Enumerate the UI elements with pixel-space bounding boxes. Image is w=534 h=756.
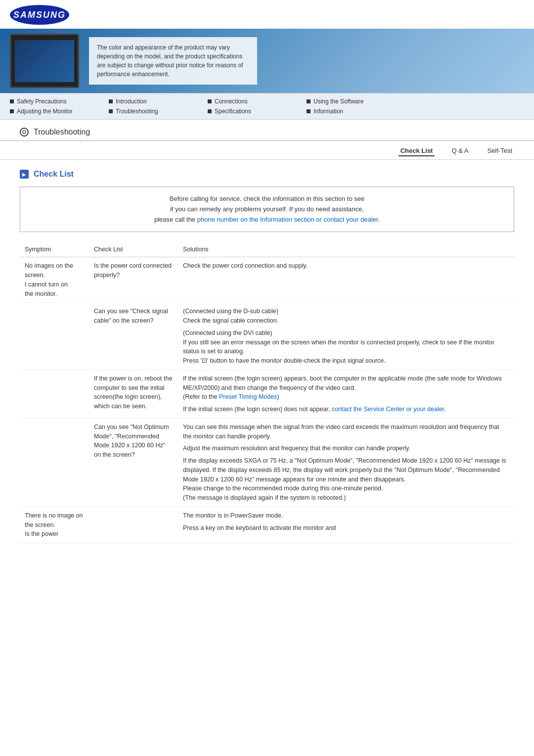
info-line3-pre: please call the (154, 216, 197, 223)
nav-bullet (109, 99, 113, 103)
section-icon: ▶ (20, 170, 29, 179)
nav-label-specifications: Specifications (215, 108, 251, 115)
info-box: Before calling for service, check the in… (20, 187, 514, 232)
checklist-cell: Can you see "Not Optimum Mode", "Recomme… (89, 418, 178, 507)
nav-label-safety: Safety Precautions (17, 98, 67, 105)
symptom-cell: There is no image on the screen.Is the p… (20, 507, 89, 543)
logo-oval: SAMSUNG (10, 5, 69, 25)
nav-item-safety[interactable]: Safety Precautions (10, 96, 109, 106)
symptom-cell: No images on the screen.I cannot turn on… (20, 257, 89, 303)
solution-para: If the initial screen (the login screen)… (183, 374, 509, 402)
solutions-cell: The monitor is in PowerSaver mode. Press… (178, 507, 514, 543)
nav-bullet (307, 99, 311, 103)
solution-para: Press a key on the keyboard to activate … (183, 523, 509, 533)
nav-bullet (307, 109, 311, 113)
solution-para: The monitor is in PowerSaver mode. (183, 511, 509, 520)
solutions-cell: (Connected using the D-sub cable)Check t… (178, 303, 514, 370)
nav-bullet (10, 109, 14, 113)
section-arrow-icon: ▶ (22, 172, 26, 177)
service-center-link[interactable]: contact the Service Center or your deale… (332, 406, 444, 413)
solutions-cell: You can see this message when the signal… (178, 418, 514, 507)
col-header-checklist: Check List (89, 242, 178, 257)
nav-row-2: Adjusting the Monitor Troubleshooting Sp… (10, 106, 524, 116)
nav-item-information[interactable]: Information (307, 106, 405, 116)
page-header: O Troubleshooting (0, 120, 534, 141)
nav-item-adjusting[interactable]: Adjusting the Monitor (10, 106, 109, 116)
col-header-solutions: Solutions (178, 242, 514, 257)
nav-bullet (10, 99, 14, 103)
header-icon-symbol: O (22, 130, 26, 135)
section-title: Check List (34, 170, 74, 179)
tab-qa[interactable]: Q & A (449, 146, 470, 156)
tab-checklist[interactable]: Check List (399, 146, 435, 156)
section-heading: ▶ Check List (20, 170, 514, 179)
info-line2: if you can remedy any problems yourself.… (170, 205, 364, 213)
header: SAMSUNG (0, 0, 534, 25)
solution-para: (Connected using the D-sub cable)Check t… (183, 307, 509, 326)
solutions-cell: If the initial screen (the login screen)… (178, 370, 514, 418)
tabs-bar: Check List Q & A Self-Test (0, 141, 534, 160)
checklist-cell: If the power is on, reboot the computer … (89, 370, 178, 418)
monitor-graphic (10, 34, 79, 88)
table-row: If the power is on, reboot the computer … (20, 370, 514, 418)
preset-timing-link[interactable]: Preset Timing Modes (219, 393, 277, 400)
table-row: There is no image on the screen.Is the p… (20, 507, 514, 543)
table-row: Can you see "Check signal cable" on the … (20, 303, 514, 370)
samsung-logo: SAMSUNG (10, 5, 524, 25)
nav-label-troubleshooting: Troubleshooting (116, 108, 158, 115)
logo-text: SAMSUNG (13, 10, 66, 20)
main-content: ▶ Check List Before calling for service,… (0, 160, 534, 553)
monitor-screen (15, 40, 74, 82)
solution-para: You can see this message when the signal… (183, 423, 509, 441)
symptom-cell (20, 370, 89, 418)
banner: The color and appearance of the product … (0, 29, 534, 93)
nav-item-intro[interactable]: Introduction (109, 96, 208, 106)
check-table: Symptom Check List Solutions No images o… (20, 242, 514, 543)
page-header-icon: O (20, 128, 29, 137)
checklist-cell: Can you see "Check signal cable" on the … (89, 303, 178, 370)
symptom-cell (20, 418, 89, 507)
info-line1: Before calling for service, check the in… (170, 195, 365, 202)
nav-row-1: Safety Precautions Introduction Connecti… (10, 96, 524, 106)
nav-item-software[interactable]: Using the Software (307, 96, 405, 106)
solution-para: Check the power cord connection and supp… (183, 261, 509, 271)
page-title: Troubleshooting (34, 128, 90, 137)
info-link[interactable]: phone number on the Information section … (197, 216, 378, 223)
info-line3-post: . (378, 216, 380, 223)
checklist-cell: Is the power cord connected properly? (89, 257, 178, 303)
checklist-cell (89, 507, 178, 543)
col-header-symptom: Symptom (20, 242, 89, 257)
tab-selftest[interactable]: Self-Test (485, 146, 514, 156)
nav-bullet (208, 109, 212, 113)
banner-text: The color and appearance of the product … (97, 44, 243, 78)
nav-label-adjusting: Adjusting the Monitor (17, 108, 73, 115)
nav-item-troubleshooting[interactable]: Troubleshooting (109, 106, 208, 116)
nav-item-specifications[interactable]: Specifications (208, 106, 307, 116)
solutions-cell: Check the power cord connection and supp… (178, 257, 514, 303)
nav-bar: Safety Precautions Introduction Connecti… (0, 93, 534, 120)
nav-label-software: Using the Software (313, 98, 363, 105)
nav-label-information: Information (313, 108, 343, 115)
solution-para: (Connected using the DVI cable)If you st… (183, 329, 509, 366)
table-row: Can you see "Not Optimum Mode", "Recomme… (20, 418, 514, 507)
banner-text-box: The color and appearance of the product … (89, 37, 257, 85)
nav-label-intro: Introduction (116, 98, 147, 105)
nav-bullet (208, 99, 212, 103)
nav-bullet (109, 109, 113, 113)
solution-para: If the initial screen (the login screen)… (183, 405, 509, 414)
nav-item-connections[interactable]: Connections (208, 96, 307, 106)
table-row: No images on the screen.I cannot turn on… (20, 257, 514, 303)
solution-para: Adjust the maximum resolution and freque… (183, 444, 509, 453)
solution-para: If the display exceeds SXGA or 75 Hz, a … (183, 456, 509, 503)
symptom-cell (20, 303, 89, 370)
nav-label-connections: Connections (215, 98, 248, 105)
